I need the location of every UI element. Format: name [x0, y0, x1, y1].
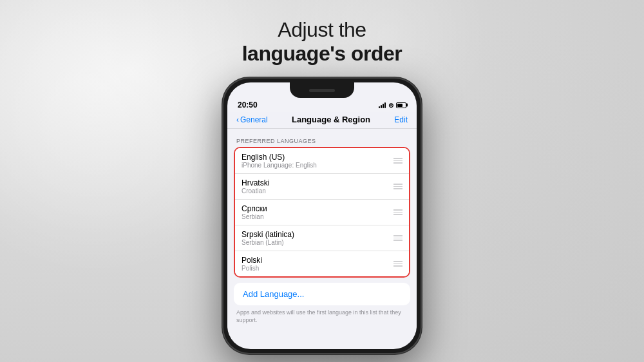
nav-back-button[interactable]: ‹ General — [236, 115, 268, 124]
drag-handle-icon[interactable] — [393, 184, 402, 189]
notch-speaker — [309, 89, 335, 92]
title-line1: Adjust the — [242, 18, 402, 42]
signal-bar-4 — [384, 102, 386, 108]
lang-info: Polski Polish — [242, 256, 262, 272]
lang-info: Hrvatski Croatian — [242, 178, 269, 195]
lang-subtitle: Polish — [242, 265, 262, 272]
list-item[interactable]: Polski Polish — [235, 251, 409, 276]
lang-name: Српски — [242, 204, 267, 213]
page-container: Adjust the language's order 20:50 — [0, 0, 644, 362]
nav-back-label: General — [240, 115, 268, 124]
list-item[interactable]: Српски Serbian — [235, 200, 409, 225]
list-item[interactable]: Srpski (latinica) Serbian (Latin) — [235, 225, 409, 251]
lang-info: Српски Serbian — [242, 204, 267, 220]
drag-handle-icon[interactable] — [393, 158, 402, 164]
battery-icon — [396, 102, 406, 108]
lang-info: English (US) iPhone Language: English — [242, 153, 317, 169]
title-line2: language's order — [242, 42, 402, 66]
list-item[interactable]: English (US) iPhone Language: English — [235, 148, 409, 174]
signal-icon — [379, 102, 386, 108]
battery-fill — [397, 104, 402, 107]
lang-name: English (US) — [242, 153, 317, 162]
footer-note: Apps and websites will use the first lan… — [227, 305, 417, 328]
lang-subtitle: iPhone Language: English — [242, 162, 317, 169]
lang-subtitle: Croatian — [242, 187, 269, 195]
signal-bar-2 — [381, 105, 382, 108]
title-section: Adjust the language's order — [242, 18, 402, 66]
lang-name: Hrvatski — [242, 178, 269, 187]
drag-handle-icon[interactable] — [393, 209, 402, 215]
lang-info: Srpski (latinica) Serbian (Latin) — [242, 230, 294, 246]
notch — [290, 82, 354, 98]
status-time: 20:50 — [238, 100, 258, 110]
lang-name: Polski — [242, 256, 262, 265]
chevron-left-icon: ‹ — [236, 115, 239, 124]
signal-bar-3 — [383, 104, 384, 108]
drag-handle-icon[interactable] — [393, 261, 402, 267]
status-icons: ⊜ — [379, 102, 406, 109]
nav-title: Language & Region — [292, 115, 370, 124]
section-header: PREFERRED LANGUAGES — [227, 134, 417, 147]
lang-name: Srpski (latinica) — [242, 230, 294, 239]
phone-wrapper: 20:50 ⊜ — [222, 77, 422, 354]
phone-screen: 20:50 ⊜ — [227, 82, 417, 349]
signal-bar-1 — [379, 106, 380, 108]
wifi-icon: ⊜ — [388, 102, 393, 109]
nav-bar: ‹ General Language & Region Edit — [227, 112, 417, 129]
language-list: English (US) iPhone Language: English — [234, 147, 410, 278]
list-item[interactable]: Hrvatski Croatian — [235, 174, 409, 200]
screen-content: PREFERRED LANGUAGES English (US) iPhone … — [227, 129, 417, 328]
lang-subtitle: Serbian — [242, 213, 267, 220]
drag-handle-icon[interactable] — [393, 235, 402, 241]
nav-edit-button[interactable]: Edit — [394, 115, 408, 124]
phone-body: 20:50 ⊜ — [222, 77, 422, 354]
lang-subtitle: Serbian (Latin) — [242, 239, 294, 246]
add-language-button[interactable]: Add Language... — [234, 283, 410, 305]
